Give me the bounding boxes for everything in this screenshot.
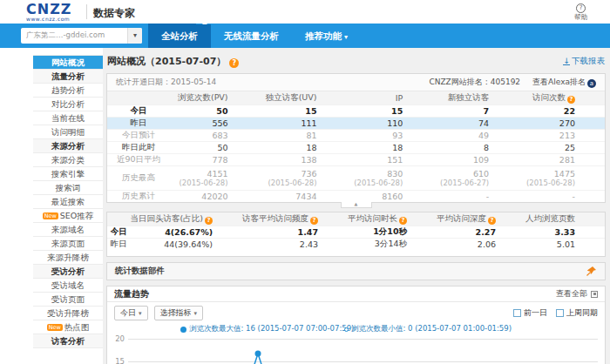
column-help-icon[interactable]: ? xyxy=(399,217,407,225)
tab-recommended-features[interactable]: 推荐功能▾ xyxy=(292,24,361,48)
sidebar-item-visit-details[interactable]: 访问明细 xyxy=(33,125,103,139)
table-row-historical-high: 历史最高 4151(2015-06-28) 736(2015-06-28) 83… xyxy=(107,165,605,190)
sidebar-section-visitor-analysis[interactable]: 访客分析 xyxy=(33,334,103,348)
sidebar-item-heatmap[interactable]: New热点图 xyxy=(33,320,103,334)
period-value: 今日 xyxy=(120,308,136,317)
alexa-rank-link[interactable]: 查看Alexa排名a xyxy=(532,77,596,88)
overview-box: 统计开通日期：2015-05-14 CNZZ网站排名：405192 查看Alex… xyxy=(106,73,606,203)
tab-wireless-traffic[interactable]: 无线流量分析 xyxy=(211,24,292,48)
cell-value: 270 xyxy=(518,117,605,129)
view-all-link[interactable]: 查看全部 xyxy=(556,288,598,300)
main-nav-bar: 广东第二…-gddei.com ▾ 全站分析 无线流量分析 推荐功能▾ xyxy=(0,24,610,48)
sidebar-item-source-domain[interactable]: 来源域名 xyxy=(33,223,103,237)
metric-value: 选择指标 xyxy=(160,308,192,317)
min-value-annotation: 浏览次数最小值: 0 (2015-07-07 01:00-01:59) xyxy=(344,324,512,334)
compare-prev-week-checkbox[interactable]: 上周同期 xyxy=(556,307,598,319)
cell-value: 109 xyxy=(432,153,518,165)
help-question-icon[interactable]: ? xyxy=(576,3,586,13)
column-help-icon[interactable]: ? xyxy=(488,217,496,225)
sidebar-item-compare-analysis[interactable]: 对比分析 xyxy=(33,98,103,111)
traffic-trend-box: 流量趋势 查看全部 今日▾ 选择指标▾ 前一日 上周同期 xyxy=(106,286,606,364)
menu-label: 来源分类 xyxy=(51,155,85,165)
sidebar-section-visited-analysis[interactable]: 受访分析 xyxy=(33,265,103,279)
col-label: 人均浏览页数 xyxy=(525,213,575,223)
trend-header: 流量趋势 查看全部 xyxy=(107,286,605,302)
table-row-today-forecast: 今日预计 683 81 93 49 213 xyxy=(107,129,605,141)
cnzz-logo-url: www.cnzz.com xyxy=(26,17,71,22)
cell-value: 8 xyxy=(432,141,518,153)
sidebar-item-trend-analysis[interactable]: 趋势分析 xyxy=(33,84,103,98)
download-icon: ↓ xyxy=(563,57,570,65)
sidebar-item-search-engine[interactable]: 搜索引擎 xyxy=(33,167,103,181)
checkbox-icon[interactable] xyxy=(513,309,521,317)
column-help-icon[interactable]: ? xyxy=(310,217,318,225)
period-dropdown[interactable]: 今日▾ xyxy=(114,306,148,320)
cell-value: 15 xyxy=(258,104,347,117)
max-value-text: 浏览次数最大值: 16 (2015-07-07 07:00-07:59) xyxy=(189,324,354,334)
col-label: 浏览次数(PV) xyxy=(178,92,228,102)
stats-open-date: 统计开通日期：2015-05-14 xyxy=(116,77,216,88)
cell-number: 736 xyxy=(301,169,316,179)
col-ip: IP xyxy=(347,91,433,104)
col-label: 访问次数 xyxy=(532,92,566,102)
cell-value: 151 xyxy=(347,153,433,165)
sidebar-item-seo-recommend[interactable]: NewSEO推荐 xyxy=(33,209,103,223)
collapse-table-button[interactable]: ▲ xyxy=(341,202,372,208)
row-label: 昨日 xyxy=(107,117,170,129)
sidebar-item-source-ranking[interactable]: 来源升降榜 xyxy=(33,251,103,265)
sidebar-item-current-online[interactable]: 当前在线 xyxy=(33,111,103,125)
overview-meta-row: 统计开通日期：2015-05-14 CNZZ网站排名：405192 查看Alex… xyxy=(107,74,605,91)
sidebar-item-visited-ranking[interactable]: 受访升降榜 xyxy=(33,307,103,320)
menu-label: 对比分析 xyxy=(51,99,85,109)
download-report-link[interactable]: ↓下载报表 xyxy=(563,56,605,67)
tab-full-site-analysis[interactable]: 全站分析 xyxy=(148,24,211,48)
table-row-today: 今日 50 15 15 7 22 xyxy=(107,104,605,117)
cell-value: - xyxy=(518,190,605,202)
checkbox-label: 上周同期 xyxy=(566,307,598,319)
table-row-yesterday: 昨日 44(39.64%) 2.43 3分14秒 2.06 5.01 xyxy=(107,238,605,250)
compare-prev-day-checkbox[interactable]: 前一日 xyxy=(513,307,547,319)
sidebar-item-visited-page[interactable]: 受访页面 xyxy=(33,293,103,307)
caret-down-icon: ▾ xyxy=(139,310,142,317)
checkbox-icon[interactable] xyxy=(556,309,564,317)
cell-number: 4151 xyxy=(207,169,227,179)
column-help-icon[interactable]: ? xyxy=(567,96,575,104)
row-label: 昨日 xyxy=(107,238,131,250)
row-label: 今日预计 xyxy=(107,129,170,141)
cell-value: 3分14秒 xyxy=(348,238,437,250)
site-selector-value[interactable]: 广东第二…-gddei.com xyxy=(21,30,127,41)
sidebar-item-source-category[interactable]: 来源分类 xyxy=(33,153,103,167)
cell-value: 778 xyxy=(170,153,258,165)
engagement-table: 当日回头访客(占比)? 访客平均访问频度? 平均访问时长? 平均访问深度? 人均… xyxy=(107,212,605,250)
metric-dropdown[interactable]: 选择指标▾ xyxy=(154,306,204,320)
column-help-icon[interactable]: ? xyxy=(205,217,213,225)
max-point-icon xyxy=(180,327,186,333)
cell-number: 610 xyxy=(473,169,489,179)
sidebar-item-search-words[interactable]: 搜索词 xyxy=(33,181,103,195)
sidebar-item-visited-domain[interactable]: 受访域名 xyxy=(33,279,103,293)
cell-value: 2.06 xyxy=(437,238,525,250)
cell-value: 50 xyxy=(170,141,258,153)
corner-cell xyxy=(107,212,131,226)
cell-value: 2.43 xyxy=(242,238,348,250)
menu-label: SEO推荐 xyxy=(60,211,94,220)
sidebar-item-site-overview[interactable]: 网站概况 xyxy=(33,56,103,70)
cell-date: (2015-06-28) xyxy=(347,179,403,187)
sidebar-section-traffic-analysis[interactable]: 流量分析 xyxy=(33,70,103,84)
title-help-icon[interactable]: ? xyxy=(229,58,239,68)
menu-label: 访问明细 xyxy=(51,127,85,137)
sidebar-item-source-page[interactable]: 来源页面 xyxy=(33,237,103,251)
help-button[interactable]: ? 帮助 xyxy=(574,2,587,22)
col-label: 平均访问时长 xyxy=(348,213,397,223)
cell-value: 25 xyxy=(518,141,605,153)
trend-annotations: 浏览次数最大值: 16 (2015-07-07 07:00-07:59) 浏览次… xyxy=(107,324,605,335)
site-selector-dropdown[interactable]: 广东第二…-gddei.com ▾ xyxy=(21,28,142,44)
col-label: 访客平均访问频度 xyxy=(242,213,308,223)
cell-value: 22 xyxy=(518,104,605,117)
pin-icon[interactable] xyxy=(586,266,597,277)
col-visits: 访问次数? xyxy=(518,91,605,104)
site-selector-caret-icon[interactable]: ▾ xyxy=(127,28,142,44)
sidebar-section-source-analysis[interactable]: 来源分析 xyxy=(33,139,103,153)
sidebar-item-recent-search[interactable]: 最近搜索 xyxy=(33,195,103,209)
nav-tabs: 全站分析 无线流量分析 推荐功能▾ xyxy=(148,24,361,48)
